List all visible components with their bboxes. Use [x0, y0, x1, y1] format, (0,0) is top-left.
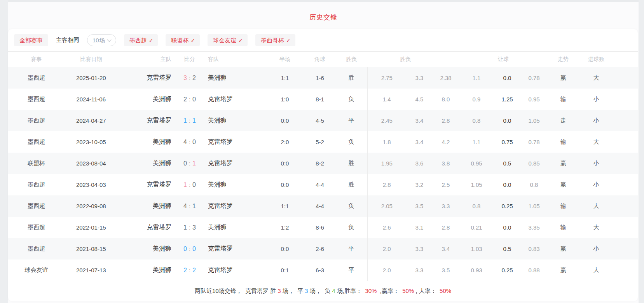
cell-handicap-0: 1.03: [459, 238, 494, 259]
cell-handicap-0: 0.95: [459, 153, 494, 174]
cell-date: 2024-04-27: [65, 110, 118, 131]
away-score: 1: [192, 160, 196, 167]
league-filter-button[interactable]: 墨西超✓: [124, 34, 158, 46]
cell-odds-0: 2.0: [367, 259, 406, 281]
cell-handicap-0: 1.1: [459, 131, 494, 153]
col-header-home: 主队: [118, 52, 176, 67]
league-filter-button[interactable]: 联盟杯✓: [166, 34, 200, 46]
col-header-away: 客队: [203, 52, 265, 67]
cell-halftime: 0:0: [265, 153, 304, 174]
score-colon: :: [189, 181, 190, 188]
page-right-edge: [639, 0, 644, 303]
cell-spacer: [614, 174, 638, 195]
col-header-date: 比赛日期: [65, 52, 118, 67]
history-panel: 历史交锋 全部赛事 主客相同 10场 墨西超✓联盟杯✓球会友谊✓墨西哥杯✓: [8, 2, 639, 303]
cell-corners: 8-1: [304, 89, 335, 110]
cell-odds-2: 3.4: [433, 238, 459, 259]
summary-segment: ,赢率：: [377, 287, 402, 294]
away-score: 2: [192, 75, 196, 81]
cell-result: 负: [335, 131, 367, 153]
cell-result: 平: [335, 238, 367, 259]
cell-league: 墨西超: [8, 110, 65, 131]
cell-corners: 4-5: [304, 110, 335, 131]
cell-odds-0: 2.05: [367, 195, 406, 217]
cell-corners: 4-4: [304, 195, 335, 217]
cell-trend: 赢: [548, 67, 579, 89]
cell-handicap-2: 0.78: [520, 131, 548, 153]
all-events-button[interactable]: 全部赛事: [14, 34, 48, 46]
score-colon: :: [189, 224, 190, 231]
summary-segment: , 大率：: [414, 287, 440, 294]
cell-odds-1: 3.3: [406, 67, 433, 89]
summary-segment: 3: [277, 287, 281, 294]
cell-odds-1: 3.1: [406, 217, 433, 238]
cell-date: 2022-09-08: [65, 195, 118, 217]
cell-goals: 小: [579, 153, 614, 174]
cell-odds-1: 3.6: [406, 153, 433, 174]
cell-handicap-0: 0.8: [459, 195, 494, 217]
cell-halftime: 0:0: [265, 238, 304, 259]
cell-result: 胜: [335, 67, 367, 89]
cell-date: 2023-04-03: [65, 174, 118, 195]
cell-date: 2021-08-15: [65, 238, 118, 259]
cell-odds-2: 2.38: [433, 67, 459, 89]
cell-odds-2: 4.2: [433, 131, 459, 153]
cell-league: 墨西超: [8, 67, 65, 89]
away-score: 1: [192, 117, 196, 124]
cell-league: 墨西超: [8, 174, 65, 195]
cell-corners: 1-6: [304, 67, 335, 89]
cell-spacer: [614, 110, 638, 131]
cell-spacer: [614, 195, 638, 217]
away-score: 0: [192, 139, 196, 145]
cell-goals: 大: [579, 217, 614, 238]
summary-text: 两队近10场交锋， 克雷塔罗 胜 3 场， 平 3 场， 负 4 场,胜率： 3…: [195, 287, 451, 295]
cell-home-team: 美洲狮: [118, 195, 176, 217]
check-icon: ✓: [238, 38, 243, 43]
cell-home-team: 美洲狮: [118, 89, 176, 110]
score-colon: :: [189, 139, 190, 145]
cell-goals: 小: [579, 110, 614, 131]
score-colon: :: [189, 96, 190, 103]
cell-handicap-2: 0.85: [520, 153, 548, 174]
cell-league: 联盟杯: [8, 153, 65, 174]
league-filter-button[interactable]: 球会友谊✓: [208, 34, 248, 46]
away-score: 0: [192, 246, 196, 252]
cell-spacer: [614, 67, 638, 89]
cell-handicap-1: 0.75: [494, 131, 520, 153]
cell-score: 1:1: [176, 110, 203, 131]
cell-trend: 输: [548, 195, 579, 217]
home-score: 4: [183, 139, 187, 145]
cell-spacer: [614, 217, 638, 238]
cell-corners: 8-6: [304, 217, 335, 238]
cell-spacer: [614, 259, 638, 281]
cell-corners: 2-6: [304, 238, 335, 259]
cell-handicap-0: 0.21: [459, 217, 494, 238]
cell-result: 胜: [335, 174, 367, 195]
filter-bar: 全部赛事 主客相同 10场 墨西超✓联盟杯✓球会友谊✓墨西哥杯✓: [8, 29, 638, 52]
cell-score: 2:0: [176, 89, 203, 110]
col-header-handicap-group: 让球: [459, 52, 548, 67]
cell-corners: 4-4: [304, 174, 335, 195]
score-colon: :: [189, 160, 190, 167]
cell-home-team: 美洲狮: [118, 153, 176, 174]
check-icon: ✓: [149, 38, 154, 43]
league-filter-button[interactable]: 墨西哥杯✓: [255, 34, 295, 46]
match-count-select[interactable]: 10场: [87, 34, 116, 46]
cell-away-team: 克雷塔罗: [203, 195, 265, 217]
summary-bar: 两队近10场交锋， 克雷塔罗 胜 3 场， 平 3 场， 负 4 场,胜率： 3…: [8, 281, 638, 301]
history-card: 全部赛事 主客相同 10场 墨西超✓联盟杯✓球会友谊✓墨西哥杯✓ 赛事 比赛日期: [8, 29, 638, 301]
cell-odds-1: 4.5: [406, 89, 433, 110]
cell-home-team: 美洲狮: [118, 131, 176, 153]
cell-away-team: 美洲狮: [203, 217, 265, 238]
summary-segment: 50%: [402, 287, 414, 294]
cell-odds-2: 2.8: [433, 110, 459, 131]
league-filter-label: 墨西超: [129, 37, 147, 43]
cell-goals: 小: [579, 238, 614, 259]
match-row: 墨西超2023-04-03克雷塔罗1:0美洲狮0:04-4胜2.83.22.51…: [8, 174, 638, 195]
cell-away-team: 克雷塔罗: [203, 131, 265, 153]
cell-trend: 赢: [548, 238, 579, 259]
cell-date: 2022-01-15: [65, 217, 118, 238]
match-row: 墨西超2024-11-06美洲狮2:0克雷塔罗1:08-1负1.44.58.00…: [8, 89, 638, 110]
cell-score: 4:0: [176, 131, 203, 153]
cell-halftime: 1:1: [265, 195, 304, 217]
